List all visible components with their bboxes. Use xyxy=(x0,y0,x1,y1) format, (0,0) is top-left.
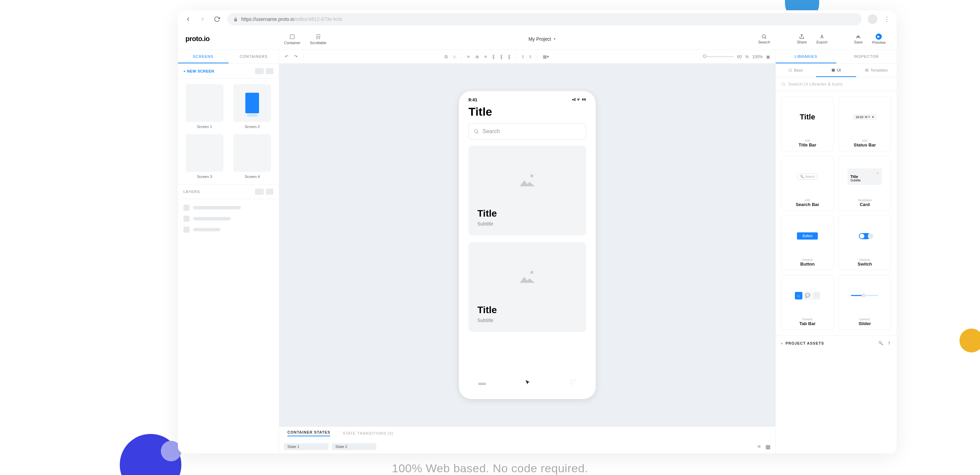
svg-point-3 xyxy=(530,271,533,274)
secondary-toolbar: SCREENS CONTAINERS ↶ ↷ ⧉ ⧈ ≡ ≣ ≡ ‖ ‖ ‖ ⫴… xyxy=(178,50,897,64)
heart-icon[interactable]: ♡ xyxy=(570,378,576,387)
layer-row[interactable] xyxy=(183,205,274,211)
search-button[interactable]: Search xyxy=(754,34,775,44)
project-assets-button[interactable]: PROJECT ASSETS xyxy=(786,341,824,345)
app-window: https://username.proto.io/editor/4612-87… xyxy=(178,10,897,453)
url-text: https://username.proto.io/editor/4612-87… xyxy=(241,16,342,22)
forward-button[interactable] xyxy=(199,15,207,23)
save-icon xyxy=(856,34,861,39)
grid-view-icon[interactable]: ▦ xyxy=(765,443,771,450)
library-search-input[interactable]: Search UI Libraries & Icons xyxy=(776,77,897,91)
search-assets-icon[interactable]: 🔍 xyxy=(878,341,883,345)
list-view-icon[interactable]: ≡ xyxy=(757,443,760,450)
distribute-v-icon[interactable]: ⫴ xyxy=(529,54,531,59)
browser-menu-icon[interactable]: ⋮ xyxy=(883,15,890,23)
state-chip-1[interactable]: State 1 xyxy=(284,443,328,450)
card-2[interactable]: Title Subtitle xyxy=(468,242,586,332)
browser-bar: https://username.proto.io/editor/4612-87… xyxy=(178,10,897,28)
screen-thumb-2[interactable]: Screen 2 xyxy=(231,84,274,129)
cursor-icon[interactable] xyxy=(525,379,531,386)
layer-row[interactable] xyxy=(183,226,274,233)
card-1[interactable]: Title Subtitle xyxy=(468,146,586,236)
zoom-100-button[interactable]: 100% xyxy=(752,54,763,59)
distribute-h-icon[interactable]: ⫴ xyxy=(522,54,524,59)
share-button[interactable]: Share xyxy=(792,34,811,44)
upload-assets-icon[interactable]: ⇪ xyxy=(888,341,891,345)
libtab-templates[interactable]: ▤Templates xyxy=(856,64,897,77)
canvas[interactable]: 9:41 •ıl ᯤ ▮▮ Title Search Title xyxy=(279,64,775,453)
layers-header: LAYERS xyxy=(183,190,200,194)
tab-screens[interactable]: SCREENS xyxy=(178,50,229,63)
tab-inspector[interactable]: INSPECTOR xyxy=(836,50,897,63)
svg-point-4 xyxy=(782,83,784,85)
align-top-icon[interactable]: ‖ xyxy=(492,54,495,59)
lib-item-switch[interactable]: GenericSwitch xyxy=(839,215,891,270)
folder-icon[interactable]: ▬ xyxy=(478,378,486,387)
align-bottom-icon[interactable]: ‖ xyxy=(508,54,511,59)
zoom-slider[interactable] xyxy=(703,56,733,57)
save-button[interactable]: Save xyxy=(849,34,867,44)
screen-thumb-4[interactable]: Screen 4 xyxy=(231,134,274,179)
image-placeholder-icon xyxy=(477,155,577,206)
svg-point-1 xyxy=(475,130,478,133)
search-input[interactable]: Search xyxy=(468,123,586,140)
view-small-icon[interactable] xyxy=(266,68,274,74)
container-icon: ▢ xyxy=(290,33,295,40)
tagline: 100% Web based. No code required. xyxy=(0,462,980,475)
align-center-icon[interactable]: ≣ xyxy=(475,54,479,59)
state-chip-2[interactable]: State 2 xyxy=(332,443,376,450)
export-button[interactable]: Export xyxy=(811,34,832,44)
align-right-icon[interactable]: ≡ xyxy=(485,54,487,59)
tab-state-transitions[interactable]: STATE TRANSITIONS (2) xyxy=(342,431,393,435)
lib-item-title-bar[interactable]: Title iOSTitle Bar xyxy=(781,97,834,151)
svg-point-0 xyxy=(762,35,765,38)
layers-view-1[interactable] xyxy=(255,188,264,195)
layers-view-2[interactable] xyxy=(266,188,274,195)
lib-item-button[interactable]: Button GenericButton xyxy=(781,215,834,270)
preview-button[interactable]: ▶ Preview xyxy=(867,33,890,45)
libraries-panel: ◫Basic ▦UI ▤Templates Search UI Librarie… xyxy=(775,64,897,453)
arrange-icon[interactable]: ▦▾ xyxy=(543,54,549,59)
preview-icon: ▶ xyxy=(876,33,882,40)
lib-item-slider[interactable]: GenericSlider xyxy=(839,275,891,330)
layer-row[interactable] xyxy=(183,215,274,222)
reload-button[interactable] xyxy=(213,15,221,23)
status-bar: 9:41 •ıl ᯤ ▮▮ xyxy=(459,97,596,102)
libtab-ui[interactable]: ▦UI xyxy=(816,64,856,77)
align-vcenter-icon[interactable]: ‖ xyxy=(500,54,503,59)
brand-logo: proto.io xyxy=(178,35,279,43)
lib-item-card[interactable]: ▲TitleSubtitle TemplatesCard xyxy=(839,156,891,211)
screen-thumb-1[interactable]: Screen 1 xyxy=(183,84,226,129)
zoom-fit-icon[interactable]: ▣ xyxy=(766,54,770,59)
libtab-basic[interactable]: ◫Basic xyxy=(776,64,816,77)
zoom-value: 60 xyxy=(737,54,741,59)
ungroup-icon[interactable]: ⧈ xyxy=(453,54,456,59)
lib-item-status-bar[interactable]: 16:22•ıl ᯤ ▮ iOSStatus Bar xyxy=(839,97,891,151)
bottom-strip: CONTAINER STATES STATE TRANSITIONS (2) S… xyxy=(279,426,775,453)
screen-thumb-3[interactable]: Screen 3 xyxy=(183,134,226,179)
project-title-dropdown[interactable]: My Project ▼ xyxy=(331,36,754,42)
phone-mockup[interactable]: 9:41 •ıl ᯤ ▮▮ Title Search Title xyxy=(459,91,596,399)
phone-tabbar[interactable]: ▬ ♡ xyxy=(459,372,596,393)
tab-container-states[interactable]: CONTAINER STATES xyxy=(288,430,330,436)
group-icon[interactable]: ⧉ xyxy=(444,54,447,59)
align-left-icon[interactable]: ≡ xyxy=(467,54,470,59)
undo-button[interactable]: ↶ xyxy=(285,54,288,59)
top-toolbar: proto.io ▢ Container ⍓ Scrollable My Pro… xyxy=(178,28,897,50)
view-large-icon[interactable] xyxy=(255,68,264,74)
back-button[interactable] xyxy=(184,15,192,23)
chevron-right-icon[interactable]: › xyxy=(781,341,783,345)
tab-libraries[interactable]: LIBRARIES xyxy=(776,50,836,63)
redo-button[interactable]: ↷ xyxy=(294,54,298,59)
tab-containers[interactable]: CONTAINERS xyxy=(229,50,279,63)
address-bar[interactable]: https://username.proto.io/editor/4612-87… xyxy=(227,13,862,26)
scrollable-tool[interactable]: ⍓ Scrollable xyxy=(305,33,331,45)
chevron-down-icon: ▼ xyxy=(553,37,556,41)
screen-title[interactable]: Title xyxy=(459,102,596,123)
new-screen-button[interactable]: + NEW SCREEN xyxy=(183,69,214,73)
lib-item-tab-bar[interactable]: ⌂💬♡ GenericTab Bar xyxy=(781,275,834,330)
screens-panel: + NEW SCREEN Screen 1 Screen 2 Screen xyxy=(178,64,279,453)
container-tool[interactable]: ▢ Container xyxy=(279,33,305,45)
profile-avatar[interactable] xyxy=(868,14,877,24)
lib-item-search-bar[interactable]: 🔍 Search iOSSearch Bar xyxy=(781,156,834,211)
